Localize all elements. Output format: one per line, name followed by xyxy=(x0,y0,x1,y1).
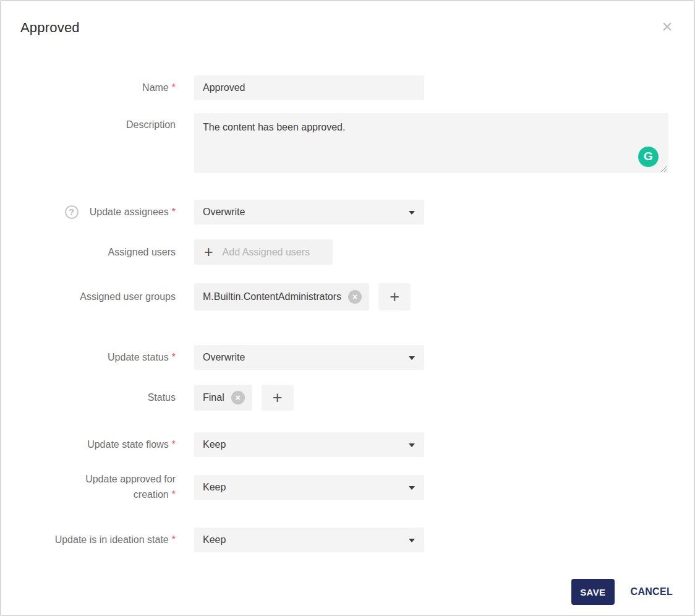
assigned-user-groups-row: Assigned user groups M.Builtin.ContentAd… xyxy=(1,283,694,310)
update-approved-for-creation-row: Update approved for creation* Keep xyxy=(1,472,694,503)
resize-handle-icon[interactable] xyxy=(660,165,668,173)
chevron-down-icon xyxy=(409,443,415,447)
update-state-flows-dropdown[interactable]: Keep xyxy=(194,432,424,457)
remove-tag-icon[interactable]: × xyxy=(231,391,245,404)
add-user-group-button[interactable]: + xyxy=(378,283,411,310)
status-label: Status xyxy=(1,392,176,403)
description-row: Description The content has been approve… xyxy=(1,113,694,173)
update-is-in-ideation-state-label: Update is in ideation state* xyxy=(1,534,176,545)
required-mark: * xyxy=(172,489,176,500)
dialog-title: Approved xyxy=(20,20,80,36)
update-status-value: Overwrite xyxy=(203,352,245,363)
chevron-down-icon xyxy=(409,356,415,360)
state-form: Name* Description The content has been a… xyxy=(1,75,694,552)
assigned-user-groups-label: Assigned user groups xyxy=(1,291,176,302)
status-tag: Final × xyxy=(194,385,252,411)
update-assignees-value: Overwrite xyxy=(203,207,245,218)
update-assignees-label: ? Update assignees* xyxy=(1,205,176,219)
cancel-button[interactable]: CANCEL xyxy=(631,586,673,597)
add-status-button[interactable]: + xyxy=(262,385,294,411)
description-text: The content has been approved. xyxy=(203,122,345,132)
assigned-users-row: Assigned users + Add Assigned users xyxy=(1,239,694,265)
help-icon[interactable]: ? xyxy=(65,205,79,219)
add-assigned-users-button[interactable]: + Add Assigned users xyxy=(194,239,333,265)
save-button[interactable]: SAVE xyxy=(571,579,614,605)
name-input[interactable] xyxy=(194,75,424,100)
update-status-label: Update status* xyxy=(1,352,176,363)
status-row: Status Final × + xyxy=(1,385,694,411)
update-is-in-ideation-state-dropdown[interactable]: Keep xyxy=(194,528,424,552)
required-mark: * xyxy=(172,352,176,362)
user-group-tag-label: M.Builtin.ContentAdministrators xyxy=(203,291,341,302)
dialog-footer: SAVE CANCEL xyxy=(571,579,673,605)
chevron-down-icon xyxy=(409,486,415,490)
grammarly-icon[interactable]: G xyxy=(638,147,659,167)
required-mark: * xyxy=(172,207,176,217)
close-icon[interactable]: × xyxy=(657,17,677,36)
update-assignees-dropdown[interactable]: Overwrite xyxy=(194,200,424,225)
update-approved-for-creation-dropdown[interactable]: Keep xyxy=(194,475,424,500)
update-status-row: Update status* Overwrite xyxy=(1,345,694,370)
name-row: Name* xyxy=(1,75,694,100)
update-state-flows-value: Keep xyxy=(203,439,226,450)
name-label: Name* xyxy=(1,82,176,93)
add-assigned-users-label: Add Assigned users xyxy=(223,247,310,258)
update-state-flows-label: Update state flows* xyxy=(1,439,176,450)
update-status-dropdown[interactable]: Overwrite xyxy=(194,345,424,370)
update-state-flows-row: Update state flows* Keep xyxy=(1,432,694,457)
chevron-down-icon xyxy=(409,211,415,215)
user-group-tag: M.Builtin.ContentAdministrators × xyxy=(194,283,369,310)
update-approved-for-creation-label: Update approved for creation* xyxy=(1,472,176,503)
update-is-in-ideation-state-row: Update is in ideation state* Keep xyxy=(1,528,694,552)
edit-state-dialog: { "icons": { "close": "×", "help": "?", … xyxy=(0,0,695,616)
description-label: Description xyxy=(1,113,176,130)
remove-tag-icon[interactable]: × xyxy=(348,290,362,304)
required-mark: * xyxy=(172,439,176,450)
required-mark: * xyxy=(172,534,176,545)
chevron-down-icon xyxy=(409,539,415,542)
status-tag-label: Final xyxy=(203,392,224,403)
description-textarea[interactable]: The content has been approved. G xyxy=(194,113,668,173)
assigned-users-label: Assigned users xyxy=(1,247,176,258)
plus-icon: + xyxy=(204,244,213,260)
update-is-in-ideation-state-value: Keep xyxy=(203,534,226,545)
update-assignees-row: ? Update assignees* Overwrite xyxy=(1,200,694,225)
update-approved-for-creation-value: Keep xyxy=(203,482,226,493)
required-mark: * xyxy=(172,82,176,93)
